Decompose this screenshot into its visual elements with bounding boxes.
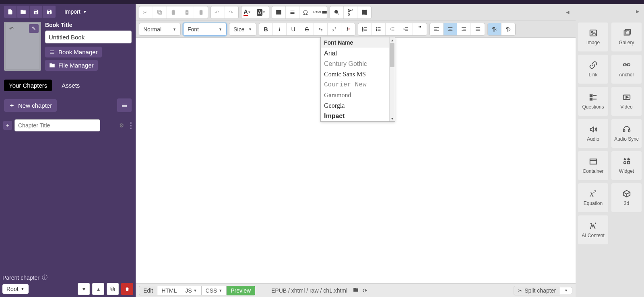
blockquote-button[interactable]: ” xyxy=(413,23,427,35)
find-button[interactable] xyxy=(330,6,344,18)
italic-button[interactable]: I xyxy=(273,23,287,35)
insert-link[interactable]: Link xyxy=(578,55,608,84)
split-chapter-caret[interactable]: ▼ xyxy=(560,287,572,294)
unordered-list-button[interactable] xyxy=(372,23,386,35)
cut-button[interactable]: ✂ xyxy=(139,6,153,18)
new-chapter-button[interactable]: ＋ New chapter xyxy=(4,99,57,112)
font-size-select[interactable]: Size ▼ xyxy=(229,23,256,36)
insert-image[interactable]: Image xyxy=(578,23,608,51)
parent-chapter-select[interactable]: Root ▼ xyxy=(2,284,29,294)
book-cover[interactable]: ↶ ✎ xyxy=(4,22,41,71)
save-as-button[interactable] xyxy=(43,6,56,18)
copy-button[interactable] xyxy=(153,6,167,18)
save-button[interactable] xyxy=(30,6,43,18)
svg-point-25 xyxy=(376,30,377,31)
bg-color-button[interactable]: A▼ xyxy=(255,6,269,18)
drag-handle[interactable] xyxy=(129,122,132,129)
delete-button[interactable] xyxy=(121,283,133,295)
scroll-down-icon[interactable]: ▼ xyxy=(390,116,395,121)
open-folder-button[interactable] xyxy=(17,6,30,18)
chapter-title-input[interactable] xyxy=(14,119,100,131)
redo-button[interactable]: ↷ xyxy=(225,6,238,18)
outdent-button[interactable] xyxy=(386,23,399,35)
underline-button[interactable]: U xyxy=(287,23,300,35)
footer-js-tab[interactable]: JS▼ xyxy=(181,286,201,295)
edit-cover-icon[interactable]: ✎ xyxy=(29,24,39,33)
refresh-icon[interactable]: ⟳ xyxy=(363,287,367,294)
tab-your-chapters[interactable]: Your Chapters xyxy=(4,80,52,91)
text-color-button[interactable]: A▼ xyxy=(242,6,255,18)
font-option-comic-sans[interactable]: Comic Sans MS xyxy=(321,69,395,80)
insert-questions[interactable]: Questions xyxy=(578,87,608,116)
remove-format-button[interactable]: Ix xyxy=(341,23,355,35)
add-subchapter-button[interactable]: ＋ xyxy=(3,121,12,130)
align-justify-button[interactable] xyxy=(471,23,485,35)
insert-video[interactable]: Video xyxy=(611,87,642,116)
insert-audio[interactable]: Audio xyxy=(578,119,608,148)
align-left-button[interactable] xyxy=(430,23,444,35)
font-option-georgia[interactable]: Georgia xyxy=(321,100,395,111)
paste-button[interactable] xyxy=(167,6,180,18)
font-dropdown-scrollbar[interactable]: ▲ ▼ xyxy=(389,37,395,121)
paste-word-button[interactable] xyxy=(194,6,208,18)
replace-button[interactable]: a↵b xyxy=(344,6,357,18)
undo-icon[interactable]: ↶ xyxy=(6,24,16,33)
import-dropdown[interactable]: Import ▼ xyxy=(60,6,91,18)
select-all-button[interactable] xyxy=(357,6,371,18)
svg-rect-0 xyxy=(112,288,115,291)
superscript-button[interactable]: x2 xyxy=(328,23,341,35)
insert-anchor[interactable]: Anchor xyxy=(611,55,642,84)
scroll-thumb[interactable] xyxy=(390,43,394,67)
gear-icon[interactable]: ⚙ xyxy=(119,122,124,129)
ltr-button[interactable]: ¶‹ xyxy=(488,23,502,35)
horizontal-rule-button[interactable] xyxy=(286,6,299,18)
duplicate-button[interactable] xyxy=(107,283,119,295)
align-right-button[interactable] xyxy=(457,23,471,35)
chapters-menu-button[interactable] xyxy=(117,98,132,112)
paragraph-style-select[interactable]: Normal ▼ xyxy=(139,23,181,36)
table-button[interactable] xyxy=(272,6,286,18)
indent-button[interactable] xyxy=(399,23,413,35)
move-down-button[interactable]: ▾ xyxy=(78,283,90,295)
footer-html-tab[interactable]: HTML xyxy=(157,286,181,295)
insert-audio-sync[interactable]: Audio Sync xyxy=(611,119,642,148)
insert-widget[interactable]: Widget xyxy=(611,151,642,180)
ordered-list-button[interactable]: 123 xyxy=(358,23,372,35)
insert-container[interactable]: Container xyxy=(578,151,608,180)
font-option-impact[interactable]: Impact xyxy=(321,111,395,121)
book-title-input[interactable] xyxy=(45,31,132,43)
iframe-button[interactable]: HTML xyxy=(313,6,327,18)
book-manager-button[interactable]: Book Manager xyxy=(45,47,102,57)
footer-css-tab[interactable]: CSS▼ xyxy=(202,286,227,295)
font-option-courier-new[interactable]: Courier New xyxy=(321,80,395,90)
new-file-button[interactable] xyxy=(4,6,17,18)
info-icon[interactable]: ⓘ xyxy=(42,274,47,281)
font-select[interactable]: Font ▼ xyxy=(183,23,227,36)
align-center-button[interactable] xyxy=(444,23,457,35)
insert-gallery[interactable]: ‹ Gallery xyxy=(611,23,642,51)
insert-3d[interactable]: 3d xyxy=(611,183,642,212)
font-option-century-gothic[interactable]: Century Gothic xyxy=(321,59,395,69)
toolbar-collapse-left[interactable]: ◀ xyxy=(563,10,572,15)
panel-collapse-right[interactable]: ▶ xyxy=(636,9,639,14)
scroll-up-icon[interactable]: ▲ xyxy=(390,37,395,43)
subscript-button[interactable]: x2 xyxy=(314,23,328,35)
font-option-arial[interactable]: Arial xyxy=(321,48,395,59)
split-chapter-button[interactable]: ✂ Split chapter xyxy=(514,286,560,295)
font-option-garamond[interactable]: Garamond xyxy=(321,90,395,100)
footer-preview-button[interactable]: Preview xyxy=(227,286,255,295)
file-manager-button[interactable]: File Manager xyxy=(45,60,98,71)
folder-icon[interactable] xyxy=(353,287,359,294)
rtl-button[interactable]: ¶› xyxy=(502,23,515,35)
special-char-button[interactable]: Ω xyxy=(299,6,313,18)
insert-equation[interactable]: x2 Equation xyxy=(578,183,608,212)
sidebar: Import ▼ ↶ ✎ Book Title Book Manager xyxy=(0,4,136,297)
bold-button[interactable]: B xyxy=(259,23,273,35)
move-up-button[interactable]: ▴ xyxy=(92,283,104,295)
undo-button[interactable]: ↶ xyxy=(211,6,225,18)
footer-edit-tab[interactable]: Edit xyxy=(139,286,157,295)
paste-text-button[interactable] xyxy=(180,6,194,18)
insert-ai-content[interactable]: AI Content xyxy=(578,215,608,244)
tab-assets[interactable]: Assets xyxy=(57,80,85,91)
strikethrough-button[interactable]: S xyxy=(300,23,314,35)
